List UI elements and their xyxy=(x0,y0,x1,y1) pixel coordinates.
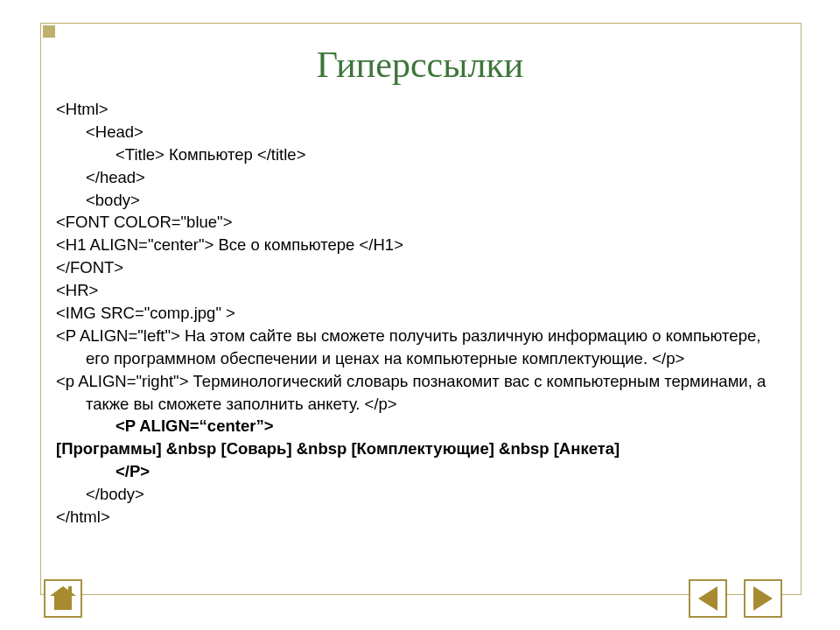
code-line: <H1 ALIGN="center"> Все о компьютере </H… xyxy=(56,234,782,256)
slide: Гиперссылки <Html> <Head> <Title> Компью… xyxy=(0,0,840,630)
arrow-left-icon xyxy=(698,586,718,611)
code-line: </html> xyxy=(56,506,782,528)
corner-decoration xyxy=(43,25,55,38)
next-button[interactable] xyxy=(744,579,782,618)
code-line: <FONT COLOR="blue"> xyxy=(56,211,782,234)
code-line: <Title> Компьютер </title> xyxy=(56,144,782,166)
arrow-right-icon xyxy=(753,586,773,611)
code-line: <IMG SRC="comp.jpg" > xyxy=(56,302,782,325)
code-line: <P ALIGN="left"> На этом сайте вы сможет… xyxy=(56,325,782,370)
code-line: <body> xyxy=(56,189,782,212)
home-button[interactable] xyxy=(44,579,82,618)
code-line: </body> xyxy=(56,483,782,506)
code-line: <Head> xyxy=(56,121,782,144)
code-line: </head> xyxy=(56,166,782,189)
code-line: <Html> xyxy=(56,98,782,121)
code-line: <p ALIGN="right"> Терминологический слов… xyxy=(56,370,782,416)
code-line-bold: <P ALIGN=“center”> xyxy=(56,415,782,438)
code-line-bold: </P> xyxy=(56,460,782,483)
code-text: <P ALIGN="left"> На этом сайте вы сможет… xyxy=(56,325,782,370)
code-line: </FONT> xyxy=(56,256,782,279)
code-text: <p ALIGN="right"> Терминологический слов… xyxy=(56,370,782,416)
code-listing: <Html> <Head> <Title> Компьютер </title>… xyxy=(56,98,782,528)
home-icon xyxy=(46,581,80,616)
previous-button[interactable] xyxy=(689,579,727,618)
slide-title: Гиперссылки xyxy=(0,44,840,86)
code-line-bold: [Программы] &nbsp [Соварь] &nbsp [Компле… xyxy=(56,438,782,460)
code-line: <HR> xyxy=(56,279,782,302)
